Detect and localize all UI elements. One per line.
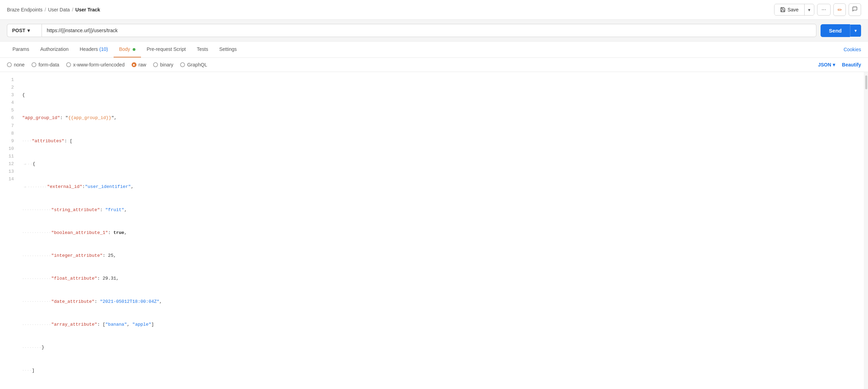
breadcrumb-current: User Track	[76, 7, 100, 12]
line-num-4: 4	[0, 99, 19, 107]
line-num-6: 6	[0, 114, 19, 122]
scrollbar-thumb[interactable]	[865, 75, 867, 89]
code-editor: 1 2 3 4 5 6 7 8 9 10 11 12 13 14 { "app_…	[0, 72, 868, 389]
breadcrumb: Braze Endpoints / User Data / User Track	[7, 7, 100, 12]
tab-pre-request-label: Pre-request Script	[147, 46, 186, 52]
option-x-www-form-label: x-www-form-urlencoded	[73, 62, 125, 67]
radio-binary[interactable]	[153, 62, 158, 67]
send-chevron-icon: ▾	[854, 28, 857, 33]
code-line-4: →··{	[22, 160, 864, 168]
code-line-2: "app_group_id": "{{app_group_id}}",	[22, 114, 864, 122]
tab-pre-request[interactable]: Pre-request Script	[141, 42, 191, 57]
json-type-select[interactable]: JSON ▾	[818, 62, 835, 67]
code-line-9: ············"float_attribute": 29.31,	[22, 275, 864, 282]
breadcrumb-sep-2: /	[72, 7, 73, 12]
option-graphql[interactable]: GraphQL	[180, 62, 207, 67]
code-line-6: ············"string_attribute": "fruit",	[22, 206, 864, 214]
tab-params-label: Params	[12, 46, 29, 52]
method-label: POST	[12, 28, 25, 33]
radio-none[interactable]	[7, 62, 12, 67]
top-bar: Braze Endpoints / User Data / User Track…	[0, 0, 868, 20]
tab-settings-label: Settings	[219, 46, 237, 52]
cookies-link[interactable]: Cookies	[843, 42, 861, 57]
tab-body-active-dot	[133, 48, 135, 51]
tab-tests[interactable]: Tests	[191, 42, 214, 57]
comment-button[interactable]	[849, 3, 861, 16]
tab-headers-badge: (10)	[99, 46, 108, 52]
tab-body[interactable]: Body	[114, 42, 141, 57]
method-select[interactable]: POST ▾	[7, 24, 42, 37]
option-raw-label: raw	[139, 62, 147, 67]
line-num-3: 3	[0, 91, 19, 99]
option-none-label: none	[14, 62, 25, 67]
line-numbers: 1 2 3 4 5 6 7 8 9 10 11 12 13 14	[0, 72, 19, 389]
json-chevron-icon: ▾	[833, 62, 835, 67]
option-binary-label: binary	[160, 62, 173, 67]
save-icon	[780, 7, 786, 12]
tab-tests-label: Tests	[197, 46, 208, 52]
code-line-7: ············"boolean_attribute_1": true,	[22, 229, 864, 237]
comment-icon	[852, 6, 858, 13]
save-button[interactable]: Save	[774, 4, 804, 15]
tab-authorization-label: Authorization	[40, 46, 69, 52]
code-line-11: ············"array_attribute": ["banana"…	[22, 321, 864, 328]
more-icon: ···	[822, 7, 826, 12]
option-binary[interactable]: binary	[153, 62, 173, 67]
line-num-11: 11	[0, 153, 19, 160]
option-raw[interactable]: raw	[132, 62, 147, 67]
code-line-12: ········}	[22, 344, 864, 351]
pencil-icon: ✏	[838, 7, 842, 13]
code-line-5: →········"external_id":"user_identifier"…	[22, 183, 864, 191]
breadcrumb-item-1[interactable]: Braze Endpoints	[7, 7, 43, 12]
line-num-7: 7	[0, 122, 19, 130]
option-graphql-label: GraphQL	[187, 62, 207, 67]
beautify-button[interactable]: Beautify	[842, 62, 861, 67]
tab-headers[interactable]: Headers (10)	[74, 42, 114, 57]
option-form-data[interactable]: form-data	[32, 62, 59, 67]
top-actions: Save ▾ ··· ✏	[774, 3, 861, 16]
line-num-13: 13	[0, 168, 19, 175]
cookies-label: Cookies	[843, 47, 861, 52]
code-line-10: ············"date_attribute": "2021-0501…	[22, 298, 864, 306]
url-input[interactable]	[42, 24, 816, 37]
radio-form-data[interactable]	[32, 62, 36, 67]
radio-graphql[interactable]	[180, 62, 185, 67]
line-num-2: 2	[0, 84, 19, 91]
tab-headers-label: Headers	[80, 46, 98, 52]
save-label: Save	[788, 7, 799, 12]
more-options-button[interactable]: ···	[817, 4, 831, 16]
breadcrumb-sep-1: /	[45, 7, 46, 12]
code-line-1: {	[22, 91, 864, 99]
tab-settings[interactable]: Settings	[214, 42, 242, 57]
tabs-bar: Params Authorization Headers (10) Body P…	[0, 42, 868, 58]
scrollbar[interactable]	[864, 72, 868, 389]
code-body[interactable]: { "app_group_id": "{{app_group_id}}", ··…	[19, 72, 864, 389]
edit-button[interactable]: ✏	[833, 3, 846, 16]
radio-x-www-form[interactable]	[66, 62, 71, 67]
tab-body-label: Body	[119, 46, 130, 52]
json-type-label: JSON	[818, 62, 831, 67]
option-x-www-form[interactable]: x-www-form-urlencoded	[66, 62, 125, 67]
save-button-group: Save ▾	[774, 4, 814, 16]
line-num-9: 9	[0, 137, 19, 145]
tab-params[interactable]: Params	[7, 42, 35, 57]
save-chevron-button[interactable]: ▾	[805, 5, 814, 15]
breadcrumb-item-2[interactable]: User Data	[48, 7, 70, 12]
send-button[interactable]: Send	[821, 24, 850, 37]
send-chevron-button[interactable]: ▾	[850, 25, 861, 37]
code-line-8: ············"integer_attribute": 25,	[22, 252, 864, 260]
line-num-1: 1	[0, 76, 19, 84]
line-num-5: 5	[0, 107, 19, 114]
url-bar: POST ▾ Send ▾	[0, 20, 868, 42]
send-label: Send	[829, 28, 842, 34]
option-none[interactable]: none	[7, 62, 25, 67]
line-num-8: 8	[0, 130, 19, 137]
method-chevron-icon: ▾	[27, 28, 30, 33]
tab-authorization[interactable]: Authorization	[35, 42, 74, 57]
radio-raw[interactable]	[132, 62, 136, 67]
code-line-3: ····"attributes": [	[22, 137, 864, 145]
line-num-10: 10	[0, 145, 19, 153]
send-button-group: Send ▾	[821, 24, 861, 37]
chevron-down-icon: ▾	[808, 7, 811, 12]
code-line-13: ····]	[22, 367, 864, 374]
